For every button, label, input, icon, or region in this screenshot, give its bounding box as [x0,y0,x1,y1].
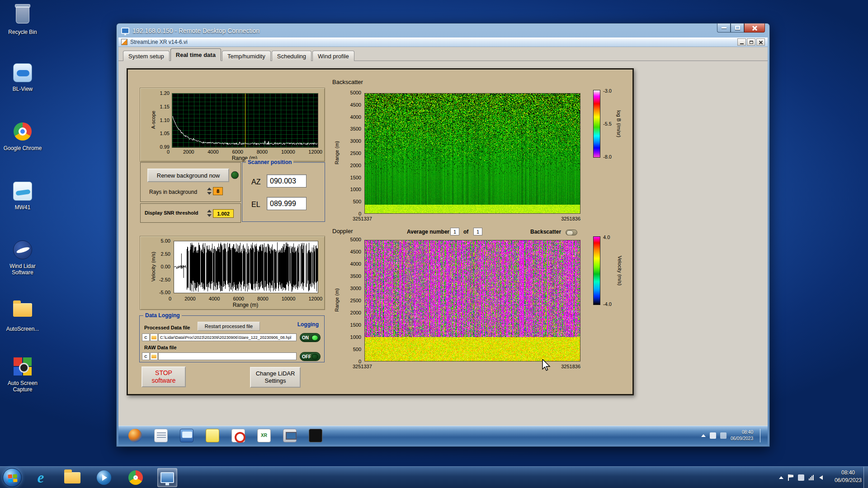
power-app-icon[interactable] [231,429,245,442]
host-clock-date: 06/09/2023 [835,477,862,484]
xr-file-icon[interactable]: XR [257,429,271,442]
browse-folder-icon[interactable] [150,352,158,360]
remote-desktop-icon [121,28,129,34]
tick-label: 4000 [208,149,218,155]
close-icon [752,25,757,31]
desktop-icon-autoscreen-folder[interactable]: AutoScreen... [2,299,43,332]
start-button[interactable] [3,468,22,487]
desktop-icon-recycle-bin[interactable]: Recycle Bin [2,5,43,35]
drive-c-icon[interactable]: C [142,352,150,360]
sticky-notes-icon[interactable] [206,429,219,442]
tab-scheduling[interactable]: Scheduling [272,51,311,61]
change-lidar-settings-button[interactable]: Change LiDAR Settings [250,367,301,388]
remote-desktop-icon [160,472,174,483]
remote-clock[interactable]: 08:40 06/09/2023 [731,429,753,441]
stop-button-line1: STOP [155,369,172,377]
app-restore-button[interactable] [747,38,755,46]
el-value[interactable]: 089.999 [267,197,307,210]
tray-icon[interactable] [710,432,716,439]
snr-stepper[interactable] [207,209,212,217]
desktop-icon-wind-lidar[interactable]: Wind Lidar Software [2,239,43,276]
file-explorer-button[interactable] [62,468,82,487]
tick-label: 4500 [350,102,361,108]
change-button-line1: Change LiDAR [256,370,295,377]
minimize-button[interactable] [717,23,731,33]
average-number-value[interactable]: 1 [450,228,459,235]
screen-capture-app-icon[interactable] [283,429,297,442]
desktop-icon-google-chrome[interactable]: Google Chrome [2,121,43,151]
velocity-plot [174,241,318,293]
remote-clock-date: 06/09/2023 [731,436,753,442]
browser-globe-icon[interactable] [128,429,142,442]
tab-label: Wind profile [318,53,349,60]
remote-system-tray: 08:40 06/09/2023 [701,429,764,442]
tray-icon[interactable] [798,474,804,481]
desktop-icon-mw41[interactable]: MW41 [2,181,43,211]
close-button[interactable] [744,23,765,33]
rdp-window-title: 192.168.0.150 - Remote Desktop Connectio… [132,27,259,34]
average-of-value[interactable]: 1 [473,228,482,235]
tick-label: 1.20 [160,90,170,96]
processed-path-field[interactable]: C:\Lidar\Data\Proc\2023\202309\20230906\… [158,333,297,341]
on-led-icon [311,335,318,341]
tray-expand-icon[interactable] [701,434,706,437]
chrome-button[interactable] [126,468,146,487]
rays-stepper[interactable] [207,187,212,195]
media-player-button[interactable] [94,468,114,487]
desktop-icon-label: Recycle Bin [2,29,43,35]
snr-value[interactable]: 1.002 [213,209,234,218]
tab-temp-humidity[interactable]: Temp/humidity [222,51,271,61]
desktop-icon-label: MW41 [2,204,43,211]
tab-wind-profile[interactable]: Wind profile [312,51,354,61]
mw41-icon [12,182,33,202]
tab-real-time-data[interactable]: Real time data [170,48,221,61]
doppler-section-title: Doppler [332,228,353,235]
desktop-icon-bl-view[interactable]: BL-View [2,62,43,92]
desktop-icon-label: Auto Screen Capture [2,380,43,393]
backscatter-doppler-toggle[interactable] [566,230,577,235]
remote-desktop-app-icon[interactable] [180,429,193,442]
action-center-flag-icon[interactable] [788,474,793,481]
host-clock[interactable]: 08:40 06/09/2023 [835,469,862,485]
processed-logging-toggle[interactable]: ON [300,333,321,342]
remote-desktop-taskbar-button[interactable] [157,468,177,487]
drive-c-icon[interactable]: C [142,333,150,341]
rdp-titlebar[interactable]: 192.168.0.150 - Remote Desktop Connectio… [117,23,769,38]
screen-capture-icon [12,357,33,378]
tick-label: 10000 [281,149,295,155]
app-titlebar[interactable]: StreamLine XR v14-6.vi [118,38,768,47]
renew-background-button[interactable]: Renew background now [147,169,229,182]
volume-icon[interactable] [819,475,823,480]
notepad-icon[interactable] [154,429,168,442]
stop-software-button[interactable]: STOP software [142,366,186,387]
az-value[interactable]: 090.003 [267,174,307,188]
remote-show-desktop[interactable] [760,429,764,442]
maximize-icon [735,26,740,30]
maximize-button[interactable] [731,23,744,33]
rays-value[interactable]: 8 [213,187,223,195]
show-desktop-button[interactable] [863,467,868,488]
tray-expand-icon[interactable] [779,476,783,479]
tick-label: 2500 [350,150,361,156]
tab-system-setup[interactable]: System setup [123,51,170,61]
restart-processed-file-button[interactable]: Restart processed file [198,322,260,331]
folder-icon [12,303,33,324]
tick-label: 1.05 [160,131,170,136]
tick-label: 12000 [308,296,322,301]
app-minimize-button[interactable] [737,38,746,46]
browse-folder-icon[interactable] [150,333,158,341]
app-close-button[interactable] [756,38,765,46]
desktop-icon-auto-screen-capture[interactable]: Auto Screen Capture [2,356,43,393]
chrome-icon [128,470,143,485]
raw-path-field[interactable] [158,352,297,360]
velocity-x-axis-label: Range (m) [233,302,259,308]
tray-icon[interactable] [720,432,726,439]
console-window-icon[interactable] [309,429,322,442]
tab-label: Scheduling [277,53,306,60]
internet-explorer-button[interactable]: e [31,468,51,487]
tick-label: 8000 [257,296,268,301]
tick-label: 5000 [350,90,361,95]
data-logging-group: Data Logging Processed Data file Restart… [139,315,325,362]
network-icon[interactable] [809,475,815,480]
raw-logging-toggle[interactable]: OFF [300,352,321,361]
